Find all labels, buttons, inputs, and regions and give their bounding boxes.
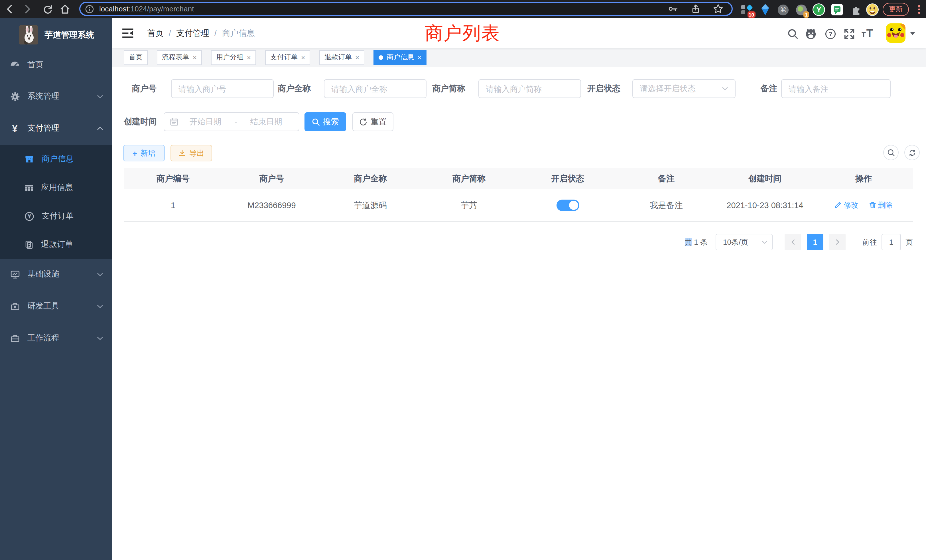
pagination: 共 1 条 10条/页 1 前往 页 (684, 234, 913, 250)
reset-button[interactable]: 重置 (353, 112, 393, 131)
share-icon[interactable] (690, 4, 701, 14)
search-button[interactable]: 搜索 (304, 112, 346, 131)
extension-command-icon[interactable]: ⌘ (776, 3, 790, 17)
merchant-no-input[interactable] (171, 79, 274, 98)
tab-label: 流程表单 (162, 53, 189, 62)
home-button[interactable] (59, 3, 71, 15)
date-end-placeholder[interactable]: 结束日期 (239, 117, 293, 127)
sidebar-item-home[interactable]: 首页 (0, 50, 112, 80)
cell-status (518, 189, 617, 221)
sidebar-item-label: 支付订单 (42, 211, 74, 221)
short-name-input[interactable] (478, 79, 581, 98)
site-info-icon[interactable] (85, 4, 94, 14)
forward-button[interactable] (21, 3, 33, 15)
browser-menu-button[interactable] (918, 4, 920, 15)
extensions-puzzle-icon[interactable] (849, 3, 862, 17)
page-size-select[interactable]: 10条/页 (716, 234, 773, 250)
refresh-icon (359, 118, 367, 126)
full-name-input[interactable] (324, 79, 427, 98)
sidebar-item-pay-order[interactable]: ¥ 支付订单 (0, 202, 112, 230)
tab-process-form[interactable]: 流程表单× (157, 50, 202, 65)
close-icon[interactable]: × (418, 54, 421, 61)
sidebar-item-payment[interactable]: ¥ 支付管理 (0, 114, 112, 143)
help-doc-button[interactable]: ? (823, 27, 837, 41)
sidebar-collapse-button[interactable] (121, 26, 135, 40)
sidebar-item-infrastructure[interactable]: 基础设施 (0, 259, 112, 289)
sidebar-item-dev-tools[interactable]: 研发工具 (0, 291, 112, 321)
tab-merchant-info[interactable]: 商户信息× (374, 50, 427, 65)
password-key-icon[interactable] (668, 3, 679, 14)
extension-gem-icon[interactable] (758, 3, 772, 17)
app-logo[interactable] (19, 25, 38, 44)
sidebar-item-system[interactable]: 系统管理 (0, 82, 112, 111)
edit-row-button[interactable]: 修改 (834, 200, 858, 210)
svg-text:?: ? (828, 30, 832, 37)
goto-page-input[interactable] (882, 234, 901, 250)
extension-recorder-icon[interactable]: 1 (794, 3, 808, 17)
extension-chat-icon[interactable] (830, 3, 844, 17)
reload-button[interactable] (41, 3, 54, 15)
tab-user-group[interactable]: 用户分组× (211, 50, 256, 65)
sidebar-item-refund-order[interactable]: 退款订单 (0, 230, 112, 259)
tab-refund-order[interactable]: 退款订单× (319, 50, 365, 65)
reload-icon (42, 4, 53, 15)
date-start-placeholder[interactable]: 开始日期 (179, 117, 232, 127)
dashboard-icon (8, 60, 22, 70)
sidebar-item-merchant-info[interactable]: 商户信息 (0, 145, 112, 173)
show-search-toggle-button[interactable] (883, 145, 899, 160)
gear-icon (8, 92, 22, 101)
page-number-button[interactable]: 1 (807, 234, 823, 250)
date-range-picker[interactable]: 开始日期 - 结束日期 (163, 112, 300, 131)
close-icon[interactable]: × (193, 54, 197, 61)
forward-icon (21, 3, 32, 15)
tab-label: 退款订单 (324, 53, 352, 62)
back-button[interactable] (4, 3, 17, 15)
font-size-button[interactable]: TT (861, 27, 874, 41)
github-link[interactable] (804, 27, 818, 41)
tab-home[interactable]: 首页 (124, 50, 148, 65)
header-search-button[interactable] (786, 27, 799, 41)
breadcrumb-separator: / (214, 29, 217, 38)
next-page-button[interactable] (829, 234, 846, 250)
add-button[interactable]: + 新增 (123, 145, 165, 161)
refresh-table-button[interactable] (904, 145, 920, 160)
bookmark-star-icon[interactable] (713, 3, 723, 14)
browser-update-button[interactable]: 更新 (883, 3, 909, 16)
fullscreen-button[interactable] (842, 27, 856, 41)
sidebar-item-label: 首页 (27, 60, 43, 70)
status-select[interactable]: 请选择开启状态 (632, 79, 735, 98)
breadcrumb: 首页 / 支付管理 / 商户信息 (147, 18, 255, 48)
status-toggle[interactable] (556, 200, 579, 211)
fullscreen-icon (843, 28, 855, 39)
sidebar-item-label: 研发工具 (27, 301, 59, 311)
page-size-value: 10条/页 (723, 237, 748, 247)
merchant-table: 商户编号 商户号 商户全称 商户简称 开启状态 备注 创建时间 操作 1 M23… (124, 168, 913, 222)
profile-avatar[interactable] (865, 3, 879, 17)
total-count: 共 1 条 (684, 237, 708, 247)
active-dot (378, 55, 383, 60)
user-menu-caret[interactable] (910, 32, 915, 35)
payment-submenu: 商户信息 应用信息 ¥ 支付订单 退款订单 (0, 145, 112, 259)
sidebar-item-app-info[interactable]: 应用信息 (0, 173, 112, 202)
delete-row-button[interactable]: 删除 (869, 200, 893, 210)
export-button[interactable]: 导出 (171, 145, 212, 161)
close-icon[interactable]: × (355, 54, 359, 61)
breadcrumb-separator: / (169, 29, 171, 38)
screen: localhost:1024/pay/merchant 10 ⌘ 1 Y (0, 0, 926, 560)
breadcrumb-home[interactable]: 首页 (147, 28, 163, 38)
filter-label-create-time: 创建时间 (124, 112, 157, 131)
trash-icon (869, 201, 876, 209)
close-icon[interactable]: × (301, 54, 305, 61)
address-bar[interactable]: localhost:1024/pay/merchant (79, 2, 733, 16)
user-avatar[interactable] (886, 23, 905, 43)
remark-input[interactable] (781, 79, 891, 98)
prev-page-button[interactable] (785, 234, 801, 250)
tab-pay-order[interactable]: 支付订单× (265, 50, 310, 65)
close-icon[interactable]: × (247, 54, 251, 61)
sidebar-item-workflow[interactable]: 工作流程 (0, 323, 112, 353)
extension-grid-icon[interactable]: 10 (740, 3, 754, 17)
col-actions: 操作 (814, 168, 913, 189)
extension-y-icon[interactable]: Y (812, 3, 826, 17)
breadcrumb-payment[interactable]: 支付管理 (176, 28, 209, 38)
tab-label: 商户信息 (387, 53, 414, 62)
